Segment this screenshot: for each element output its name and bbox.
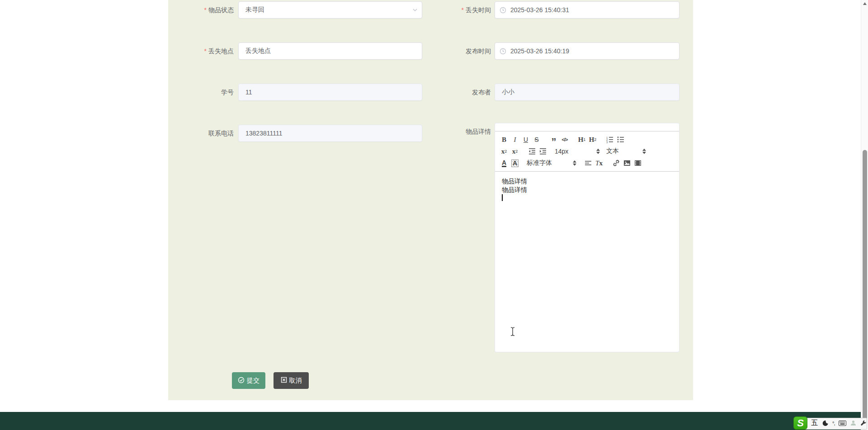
picker-arrows-icon bbox=[596, 149, 600, 154]
editor-line: 物品详情 bbox=[502, 177, 672, 186]
picker-arrows-icon bbox=[642, 149, 646, 154]
align-icon[interactable] bbox=[583, 158, 594, 168]
underline-button[interactable]: U bbox=[520, 134, 531, 145]
subscript-button[interactable]: x2 bbox=[499, 146, 509, 157]
image-icon[interactable] bbox=[622, 158, 632, 168]
link-icon[interactable] bbox=[611, 158, 622, 168]
wrench-icon[interactable] bbox=[860, 420, 867, 426]
sogou-logo-icon[interactable]: S bbox=[793, 416, 807, 430]
required-mark: * bbox=[204, 6, 207, 14]
phone-label: 联系电话 bbox=[134, 125, 234, 142]
ime-mode-button[interactable]: 五 bbox=[811, 419, 818, 427]
font-size-picker[interactable]: 14px bbox=[555, 146, 600, 157]
lost-time-value[interactable] bbox=[510, 2, 679, 18]
font-family-picker[interactable]: 标准字体 bbox=[527, 158, 576, 168]
detail-label: 物品详情 bbox=[392, 123, 491, 140]
editor-content-area[interactable]: 物品详情 物品详情 bbox=[495, 172, 679, 351]
lost-place-label: *丢失地点 bbox=[134, 42, 234, 60]
publisher-input-wrap bbox=[495, 84, 679, 101]
circle-check-icon bbox=[238, 377, 245, 385]
background-color-button[interactable]: A bbox=[509, 158, 520, 168]
keyboard-icon[interactable] bbox=[839, 421, 846, 426]
picker-arrows-icon bbox=[573, 160, 576, 166]
scrollbar-thumb[interactable] bbox=[863, 150, 867, 427]
ordered-list-icon[interactable]: 123 bbox=[604, 134, 615, 145]
publish-time-label: 发布时间 bbox=[392, 42, 491, 60]
submit-button[interactable]: 提交 bbox=[232, 372, 265, 389]
italic-button[interactable]: I bbox=[509, 134, 520, 145]
code-block-button[interactable]: </> bbox=[559, 134, 570, 145]
publisher-label: 发布者 bbox=[392, 84, 491, 101]
symbols-button[interactable]: °, bbox=[832, 421, 835, 426]
publish-time-value[interactable] bbox=[510, 43, 679, 59]
bold-button[interactable]: B bbox=[499, 134, 509, 145]
text-color-button[interactable]: A bbox=[499, 158, 509, 168]
header-1-button[interactable]: H1 bbox=[576, 134, 587, 145]
blockquote-button[interactable]: ” bbox=[548, 134, 559, 145]
scrollbar-up-arrow[interactable] bbox=[863, 2, 867, 5]
required-mark: * bbox=[462, 6, 464, 14]
outdent-icon[interactable] bbox=[527, 146, 538, 157]
user-icon[interactable] bbox=[850, 420, 856, 426]
editor-line: 物品详情 bbox=[502, 186, 672, 194]
page-footer bbox=[0, 412, 868, 430]
strikethrough-button[interactable]: S bbox=[531, 134, 542, 145]
clock-icon bbox=[495, 7, 510, 14]
required-mark: * bbox=[204, 47, 207, 55]
text-caret bbox=[502, 194, 503, 201]
clean-format-button[interactable]: Tx bbox=[594, 158, 604, 168]
lost-time-label: *丢失时间 bbox=[392, 1, 491, 19]
cancel-button[interactable]: 取消 bbox=[274, 372, 309, 389]
header-2-button[interactable]: H2 bbox=[587, 134, 598, 145]
svg-text:3: 3 bbox=[606, 141, 608, 144]
clock-icon bbox=[495, 48, 510, 55]
status-label: *物品状态 bbox=[134, 1, 234, 19]
moon-icon[interactable] bbox=[821, 419, 829, 427]
publish-time-picker[interactable] bbox=[495, 42, 679, 60]
student-id-label: 学号 bbox=[134, 84, 234, 101]
vertical-scrollbar[interactable] bbox=[861, 0, 868, 430]
lost-time-picker[interactable] bbox=[495, 1, 679, 19]
superscript-button[interactable]: x2 bbox=[509, 146, 520, 157]
publisher-input bbox=[495, 84, 679, 100]
video-icon[interactable] bbox=[632, 158, 643, 168]
bullet-list-icon[interactable] bbox=[615, 134, 626, 145]
status-select-value[interactable] bbox=[239, 2, 408, 18]
rich-text-editor: B I U S ” </> H1 H2 123 bbox=[495, 123, 679, 352]
indent-icon[interactable] bbox=[538, 146, 548, 157]
ime-toolbar[interactable]: S 五 °, bbox=[793, 416, 867, 430]
square-close-icon bbox=[281, 377, 287, 384]
mouse-text-cursor bbox=[509, 327, 516, 338]
editor-toolbar: B I U S ” </> H1 H2 123 bbox=[495, 131, 679, 172]
header-format-picker[interactable]: 文本 bbox=[606, 146, 646, 157]
